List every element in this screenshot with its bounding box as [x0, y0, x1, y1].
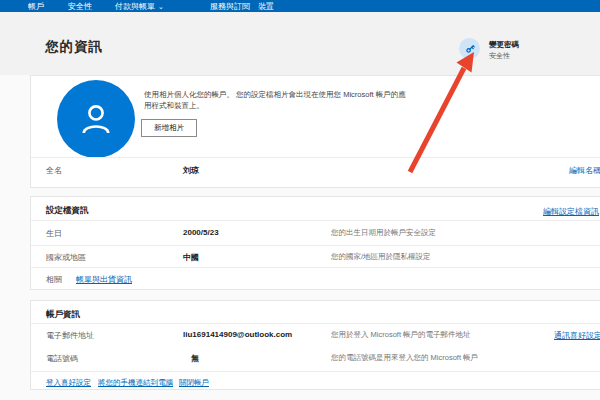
divider [31, 245, 600, 246]
birthday-value: 2000/5/23 [183, 228, 219, 237]
key-icon [464, 43, 476, 55]
nav-item-payments[interactable]: 付款與帳單⌄ [115, 0, 164, 12]
birthday-label: 生日 [46, 228, 62, 239]
full-name-value: 刘琼 [183, 165, 199, 176]
change-password-sublabel: 安全性 [489, 51, 510, 61]
close-account-link[interactable]: 關閉帳戶 [179, 378, 209, 388]
email-description: 您用於登入 Microsoft 帳戶的電子郵件地址 [331, 330, 471, 340]
nav-item-payments-label: 付款與帳單 [115, 2, 155, 11]
link-phone-to-pc-link[interactable]: 將您的手機連結到電腦 [98, 378, 173, 388]
country-description: 您的國家/地區用於隱私權設定 [331, 252, 431, 262]
country-value: 中國 [183, 252, 199, 263]
full-name-label: 全名 [46, 165, 62, 176]
photo-description: 使用相片個人化您的帳戶。 您的設定檔相片會出現在使用您 Microsoft 帳戶… [144, 90, 406, 111]
billing-shipping-info-link[interactable]: 帳單與出貨資訊 [76, 274, 132, 285]
phone-label: 電話號碼 [46, 353, 78, 364]
change-password-label: 變更密碼 [489, 40, 519, 50]
nav-item-devices[interactable]: 裝置 [258, 0, 274, 12]
phone-description: 您的電話號碼是用來登入您的 Microsoft 帳戶 [331, 353, 478, 363]
divider [31, 323, 600, 324]
add-photo-button[interactable]: 新增相片 [141, 119, 197, 137]
email-value: liu1691414909@outlook.com [183, 330, 292, 339]
account-info-card: 帳戶資訊 電子郵件地址 liu1691414909@outlook.com 您用… [30, 300, 600, 390]
account-info-header: 帳戶資訊 [46, 309, 80, 321]
nav-item-account[interactable]: 帳戶 [28, 0, 44, 12]
nav-item-subscriptions[interactable]: 服務與訂閱 [210, 0, 250, 12]
person-icon [75, 98, 117, 140]
divider [31, 157, 600, 158]
avatar[interactable] [57, 80, 135, 158]
email-label: 電子郵件地址 [46, 330, 94, 341]
edit-name-link[interactable]: 編輯名稱 [569, 165, 600, 176]
phone-value: 無 [191, 353, 199, 364]
change-password-button[interactable] [459, 38, 480, 59]
profile-info-card: 設定檔資訊 編輯設定檔資訊 生日 2000/5/23 您的出生日期用於帳戶安全設… [30, 196, 600, 290]
country-label: 國家或地區 [46, 252, 86, 263]
related-label: 相關 [46, 274, 62, 285]
divider [31, 371, 600, 372]
divider [31, 267, 600, 268]
profile-info-header: 設定檔資訊 [46, 205, 89, 217]
sign-in-preferences-link[interactable]: 登入喜好設定 [46, 378, 91, 388]
profile-photo-card: 使用相片個人化您的帳戶。 您的設定檔相片會出現在使用您 Microsoft 帳戶… [30, 75, 600, 188]
chevron-down-icon: ⌄ [158, 3, 164, 10]
communication-preferences-link[interactable]: 通訊喜好設定 [554, 330, 600, 341]
top-navigation-bar: 帳戶 安全性 付款與帳單⌄ 服務與訂閱 裝置 [0, 0, 600, 12]
page-title: 您的資訊 [45, 38, 103, 56]
birthday-description: 您的出生日期用於帳戶安全設定 [331, 228, 436, 238]
divider [31, 220, 600, 221]
nav-item-security[interactable]: 安全性 [68, 0, 92, 12]
edit-profile-info-link[interactable]: 編輯設定檔資訊 [543, 206, 599, 217]
